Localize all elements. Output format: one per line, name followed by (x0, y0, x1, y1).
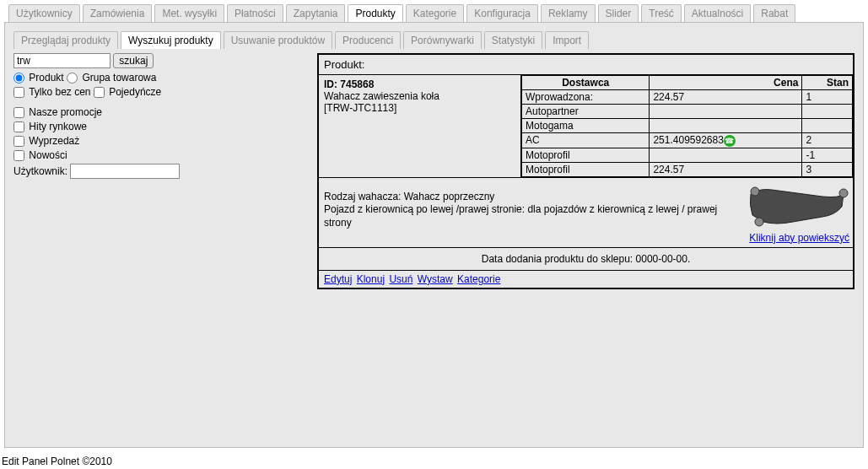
chk-hits[interactable] (13, 121, 24, 132)
tab-orders[interactable]: Zamówienia (83, 4, 153, 22)
chk-sale-label[interactable]: Wyprzedaż (13, 135, 79, 147)
chk-promo[interactable] (13, 107, 24, 118)
cell-supplier: AC (522, 133, 650, 148)
sub-tabs: Przeglądaj produkty Wyszukuj produkty Us… (13, 31, 855, 49)
enlarge-link[interactable]: Kliknij aby powiekszyć (749, 232, 849, 244)
cell-supplier: Motoprofil (522, 162, 650, 176)
svg-point-0 (751, 187, 759, 196)
tab-news[interactable]: Aktualności (684, 4, 751, 22)
tab-users[interactable]: Użytkownicy (8, 4, 80, 22)
subtab-search[interactable]: Wyszukuj produkty (121, 31, 221, 49)
footer-text: Edit Panel Polnet ©2010 (2, 456, 112, 467)
cell-stock: 3 (802, 162, 853, 176)
table-row: Motogama (522, 119, 853, 133)
table-row: Motoprofil224.573 (522, 162, 853, 176)
cell-stock (802, 105, 853, 119)
chk-new-text: Nowości (29, 149, 67, 161)
radio-product-label[interactable]: Produkt (13, 72, 64, 84)
action-publish[interactable]: Wystaw (418, 273, 453, 285)
tab-ads[interactable]: Reklamy (541, 4, 596, 22)
subtab-compare[interactable]: Porównywarki (403, 31, 482, 49)
product-actions: Edytuj Klonuj Usuń Wystaw Kategorie (319, 270, 853, 288)
tab-slider[interactable]: Slider (598, 4, 639, 22)
tab-discount[interactable]: Rabat (753, 4, 795, 22)
product-image (742, 181, 852, 232)
main-panel: Przeglądaj produkty Wyszukuj produkty Us… (4, 22, 864, 448)
chk-noprice[interactable] (13, 87, 24, 98)
subtab-browse[interactable]: Przeglądaj produkty (13, 31, 118, 49)
svg-point-2 (755, 218, 763, 226)
chk-new[interactable] (13, 150, 24, 161)
product-header: Produkt: (319, 55, 853, 75)
radio-product-text: Produkt (29, 72, 63, 84)
search-button[interactable]: szukaj (113, 53, 154, 68)
product-code: [TRW-JTC1113] (324, 102, 396, 114)
radio-group[interactable] (67, 73, 78, 84)
cell-supplier: Autopartner (522, 105, 650, 119)
table-row: Wprowadzona:224.571 (522, 90, 853, 105)
chk-single-label[interactable]: Pojedyńcze (94, 86, 161, 98)
th-supplier: Dostawca (522, 76, 650, 90)
th-stock: Stan (802, 76, 853, 90)
cell-price: 224.57 (650, 162, 802, 176)
radio-product[interactable] (13, 73, 24, 84)
chk-promo-text: Nasze promocje (29, 106, 102, 118)
cell-supplier: Motoprofil (522, 148, 650, 162)
subtab-delete[interactable]: Usuwanie produktów (224, 31, 332, 49)
search-panel: szukaj Produkt Grupa towarowa Tylko bez … (13, 53, 317, 289)
chk-sale-text: Wyprzedaż (29, 135, 79, 147)
subtab-producers[interactable]: Producenci (335, 31, 401, 49)
desc-line: Rodzaj wahacza: Wahacz poprzeczny (324, 191, 494, 202)
table-row: AC251.409592683☎2 (522, 133, 853, 148)
cell-stock: -1 (802, 148, 853, 162)
product-info: ID: 745868 Wahacz zawieszenia koła [TRW-… (319, 75, 521, 177)
cell-stock: 2 (802, 133, 853, 148)
radio-group-text: Grupa towarowa (82, 72, 156, 84)
chk-hits-label[interactable]: Hity rynkowe (13, 121, 87, 132)
subtab-import[interactable]: Import (545, 31, 589, 49)
tab-config[interactable]: Konfiguracja (466, 4, 538, 22)
radio-group-label[interactable]: Grupa towarowa (67, 72, 156, 84)
tab-content[interactable]: Treść (641, 4, 682, 22)
product-id: ID: 745868 (324, 78, 374, 90)
phone-icon[interactable]: ☎ (724, 135, 736, 147)
user-label: Użytkownik: (13, 165, 67, 177)
tab-categories[interactable]: Kategorie (406, 4, 464, 22)
supplier-table: Dostawca Cena Stan Wprowadzona:224.571 A… (521, 75, 853, 177)
tab-payments[interactable]: Płatności (227, 4, 283, 22)
chk-new-label[interactable]: Nowości (13, 149, 67, 161)
product-date: Data dodania produktu do sklepu: 0000-00… (319, 247, 853, 270)
chk-promo-label[interactable]: Nasze promocje (13, 106, 102, 118)
chk-noprice-text: Tylko bez cen (29, 86, 90, 98)
cell-price (650, 105, 802, 119)
table-row: Autopartner (522, 105, 853, 119)
cell-price-val: 251.409592683 (653, 134, 723, 146)
subtab-stats[interactable]: Statystyki (484, 31, 542, 49)
cell-supplier: Wprowadzona: (522, 90, 650, 105)
product-description: Rodzaj wahacza: Wahacz poprzeczny Pojazd… (319, 178, 739, 247)
search-input[interactable] (13, 53, 111, 68)
action-clone[interactable]: Klonuj (357, 273, 385, 285)
cell-stock: 1 (802, 90, 853, 105)
cell-price (650, 148, 802, 162)
chk-single[interactable] (94, 87, 105, 98)
main-tabs: Użytkownicy Zamówienia Met. wysyłki Płat… (0, 0, 868, 22)
cell-stock (802, 119, 853, 133)
tab-inquiries[interactable]: Zapytania (286, 4, 346, 22)
chk-noprice-label[interactable]: Tylko bez cen (13, 86, 91, 98)
action-edit[interactable]: Edytuj (324, 273, 352, 285)
cell-price: 251.409592683☎ (650, 133, 802, 148)
th-price: Cena (650, 76, 802, 90)
action-categories[interactable]: Kategorie (457, 273, 500, 285)
tab-products[interactable]: Produkty (348, 4, 402, 22)
product-box: Produkt: ID: 745868 Wahacz zawieszenia k… (317, 53, 855, 289)
chk-single-text: Pojedyńcze (109, 86, 161, 98)
product-name: Wahacz zawieszenia koła (324, 90, 439, 102)
user-input[interactable] (70, 164, 180, 179)
table-row: Motoprofil-1 (522, 148, 853, 162)
chk-hits-text: Hity rynkowe (29, 121, 87, 132)
cell-supplier: Motogama (522, 119, 650, 133)
tab-shipping[interactable]: Met. wysyłki (154, 4, 224, 22)
action-delete[interactable]: Usuń (389, 273, 412, 285)
chk-sale[interactable] (13, 136, 24, 147)
